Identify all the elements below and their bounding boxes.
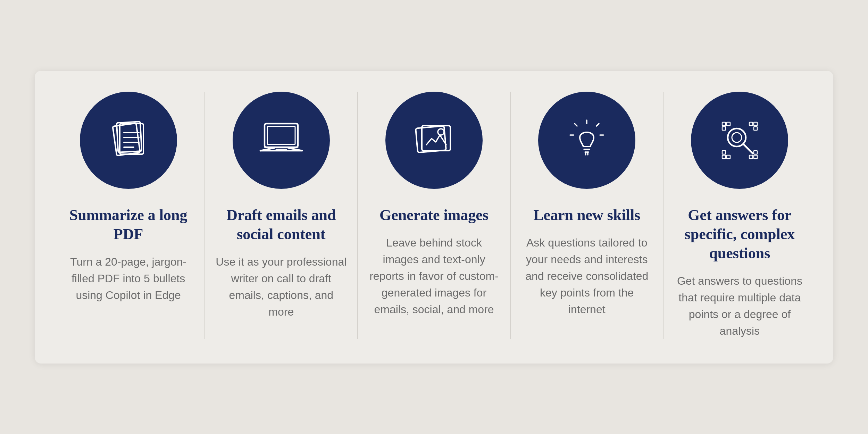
generate-images-desc: Leave behind stock images and text-only … [368, 234, 500, 318]
draft-emails-title: Draft emails and social content [215, 206, 347, 244]
generate-images-title: Generate images [379, 206, 489, 225]
svg-point-40 [728, 128, 746, 147]
learn-skills-desc: Ask questions tailored to your needs and… [521, 234, 653, 318]
learn-skills-title: Learn new skills [533, 206, 640, 225]
draft-emails-icon-circle [233, 92, 330, 189]
svg-rect-37 [749, 155, 753, 159]
features-card: Summarize a long PDF Turn a 20-page, jar… [35, 71, 833, 364]
draft-emails-desc: Use it as your professional writer on ca… [215, 253, 347, 320]
svg-line-13 [288, 147, 298, 148]
feature-complex-questions: Get answers for specific, complex questi… [663, 92, 816, 339]
svg-rect-7 [265, 124, 298, 147]
svg-rect-34 [722, 151, 726, 154]
svg-line-21 [575, 124, 577, 126]
document-icon [104, 116, 153, 165]
svg-rect-38 [754, 151, 757, 154]
svg-rect-28 [722, 122, 726, 126]
summarize-pdf-desc: Turn a 20-page, jargon-filled PDF into 5… [62, 253, 194, 303]
svg-rect-30 [722, 127, 726, 130]
svg-rect-33 [754, 127, 757, 130]
summarize-pdf-icon-circle [80, 92, 177, 189]
svg-line-12 [265, 147, 274, 148]
svg-line-42 [744, 144, 753, 153]
feature-generate-images: Generate images Leave behind stock image… [358, 92, 510, 339]
learn-skills-icon-circle [538, 92, 635, 189]
svg-point-17 [438, 129, 444, 135]
feature-learn-skills: Learn new skills Ask questions tailored … [511, 92, 663, 339]
feature-summarize-pdf: Summarize a long PDF Turn a 20-page, jar… [52, 92, 205, 339]
lightbulb-icon [562, 116, 611, 165]
complex-questions-desc: Get answers to questions that require mu… [674, 273, 806, 339]
svg-rect-32 [754, 122, 757, 126]
svg-rect-36 [727, 155, 730, 159]
image-icon [410, 116, 458, 165]
svg-rect-8 [267, 126, 295, 144]
svg-point-41 [732, 133, 742, 142]
svg-rect-29 [727, 122, 730, 126]
complex-questions-icon-circle [691, 92, 788, 189]
svg-rect-35 [722, 155, 726, 159]
svg-rect-31 [749, 122, 753, 126]
search-data-icon [715, 116, 764, 165]
complex-questions-title: Get answers for specific, complex questi… [674, 206, 806, 263]
svg-line-19 [596, 124, 599, 126]
summarize-pdf-title: Summarize a long PDF [62, 206, 194, 244]
svg-rect-39 [754, 155, 757, 159]
feature-draft-emails: Draft emails and social content Use it a… [205, 92, 357, 339]
laptop-icon [257, 116, 306, 165]
generate-images-icon-circle [385, 92, 483, 189]
